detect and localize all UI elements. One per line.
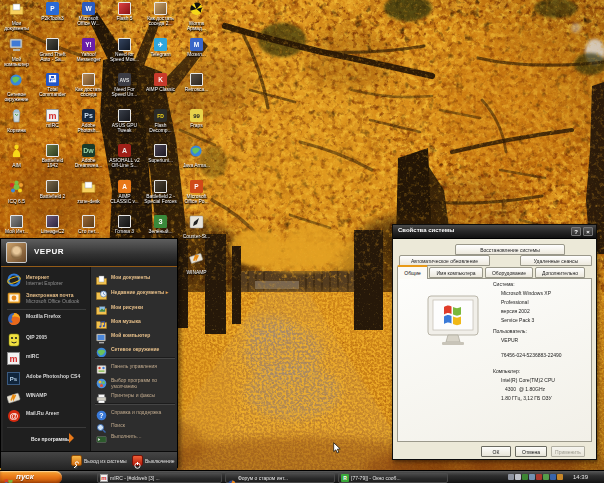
svg-text:@: @ <box>10 411 19 421</box>
svg-text:?: ? <box>99 412 103 419</box>
